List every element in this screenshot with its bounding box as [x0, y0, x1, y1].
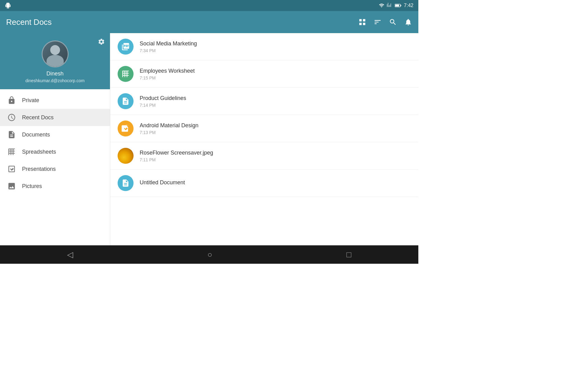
status-bar-right: 7:42	[379, 3, 413, 8]
svg-rect-2	[401, 5, 401, 6]
doc-icon-presentation	[118, 121, 134, 136]
sidebar-item-documents[interactable]: Documents	[0, 126, 110, 143]
sidebar-item-documents-label: Documents	[22, 132, 50, 138]
sidebar-item-recent-docs-label: Recent Docs	[22, 114, 54, 121]
search-icon[interactable]	[389, 18, 397, 26]
app-bar: Recent Docs	[0, 11, 418, 33]
doc-item-4[interactable]: Android Material Design 7:13 PM	[110, 115, 418, 142]
doc-info-2: Employees Worksheet 7:15 PM	[140, 68, 411, 80]
signal-icon	[387, 3, 392, 8]
documents-icon	[7, 130, 16, 139]
spreadsheet-icon	[7, 148, 16, 156]
doc-icon-photo	[118, 148, 134, 164]
doc-icon-pdf	[118, 39, 134, 55]
status-bar-left	[5, 2, 11, 9]
doc-time-3: 7:14 PM	[140, 103, 411, 108]
avatar-image	[43, 41, 68, 67]
sidebar-item-pictures-label: Pictures	[22, 183, 42, 190]
clock-icon	[7, 113, 16, 122]
svg-rect-1	[395, 5, 399, 6]
sidebar-item-spreadsheets-label: Spreadsheets	[22, 149, 56, 155]
android-icon	[5, 2, 11, 9]
sidebar-item-presentations-label: Presentations	[22, 166, 56, 172]
main-layout: Dinesh dineshkumar.d@zohocorp.com Privat…	[0, 33, 418, 245]
nav-section: Private Recent Docs Documents	[0, 89, 110, 197]
lock-icon	[7, 96, 16, 105]
bell-icon[interactable]	[404, 18, 412, 26]
battery-icon	[395, 3, 401, 8]
doc-time-2: 7:15 PM	[140, 75, 411, 80]
avatar	[42, 40, 69, 67]
doc-item-2[interactable]: Employees Worksheet 7:15 PM	[110, 60, 418, 88]
doc-icon-doc2	[118, 175, 134, 191]
doc-icon-doc	[118, 93, 134, 109]
doc-time-5: 7:11 PM	[140, 157, 411, 162]
user-name: Dinesh	[46, 71, 63, 77]
doc-title-1: Social Media Marketing	[140, 40, 411, 47]
sidebar-item-spreadsheets[interactable]: Spreadsheets	[0, 143, 110, 160]
sidebar-item-private[interactable]: Private	[0, 92, 110, 109]
back-button[interactable]: ◁	[57, 247, 83, 262]
doc-item-1[interactable]: Social Media Marketing 7:34 PM	[110, 33, 418, 60]
doc-title-6: Untitled Document	[140, 179, 411, 186]
doc-info-4: Android Material Design 7:13 PM	[140, 122, 411, 135]
recents-button[interactable]: □	[337, 247, 361, 262]
home-button[interactable]: ○	[198, 247, 222, 262]
doc-item-3[interactable]: Product Guidelines 7:14 PM	[110, 88, 418, 115]
doc-info-6: Untitled Document	[140, 179, 411, 187]
user-profile: Dinesh dineshkumar.d@zohocorp.com	[0, 33, 110, 89]
wifi-icon	[379, 3, 384, 8]
status-bar: 7:42	[0, 0, 418, 11]
doc-time-1: 7:34 PM	[140, 48, 411, 53]
bottom-nav: ◁ ○ □	[0, 245, 418, 264]
doc-icon-spreadsheet	[118, 66, 134, 82]
doc-title-2: Employees Worksheet	[140, 68, 411, 74]
sidebar-item-recent-docs[interactable]: Recent Docs	[0, 109, 110, 126]
sidebar-item-presentations[interactable]: Presentations	[0, 160, 110, 178]
doc-title-5: RoseFlower Screensaver.jpeg	[140, 150, 411, 156]
user-email: dineshkumar.d@zohocorp.com	[25, 78, 85, 83]
sidebar-item-pictures[interactable]: Pictures	[0, 178, 110, 195]
grid-icon[interactable]	[358, 18, 366, 26]
presentation-icon	[7, 165, 16, 173]
content-area: Social Media Marketing 7:34 PM Employees…	[110, 33, 418, 245]
doc-item-5[interactable]: RoseFlower Screensaver.jpeg 7:11 PM	[110, 142, 418, 170]
filter-icon[interactable]	[374, 18, 382, 26]
doc-time-4: 7:13 PM	[140, 130, 411, 135]
settings-icon[interactable]	[98, 38, 105, 45]
doc-item-6[interactable]: Untitled Document	[110, 170, 418, 197]
app-bar-actions	[358, 18, 412, 26]
sidebar-item-private-label: Private	[22, 97, 39, 104]
doc-title-3: Product Guidelines	[140, 95, 411, 102]
sidebar: Dinesh dineshkumar.d@zohocorp.com Privat…	[0, 33, 110, 245]
doc-title-4: Android Material Design	[140, 122, 411, 129]
doc-info-1: Social Media Marketing 7:34 PM	[140, 40, 411, 53]
doc-info-3: Product Guidelines 7:14 PM	[140, 95, 411, 108]
app-bar-title: Recent Docs	[6, 17, 52, 27]
doc-info-5: RoseFlower Screensaver.jpeg 7:11 PM	[140, 150, 411, 162]
pictures-icon	[7, 182, 16, 190]
status-time: 7:42	[404, 3, 413, 8]
